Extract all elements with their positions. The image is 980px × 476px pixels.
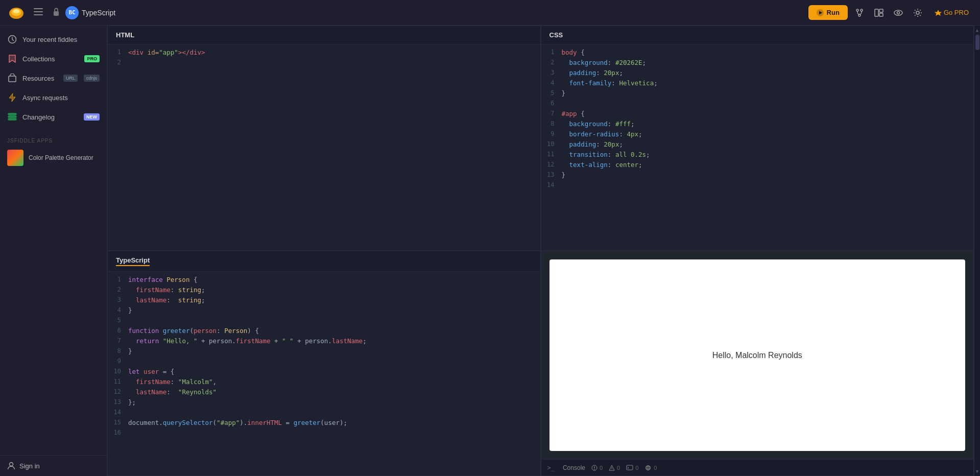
go-pro-button[interactable]: Go PRO bbox=[929, 6, 974, 19]
svg-point-17 bbox=[916, 11, 919, 14]
sidebar-item-label: Resources bbox=[22, 75, 58, 82]
topbar: BC TypeScript Run Go PRO bbox=[0, 0, 980, 26]
editor-area: HTML 1 <div id="app"></div> 2 CSS bbox=[107, 26, 974, 476]
svg-point-32 bbox=[646, 465, 651, 470]
svg-point-9 bbox=[856, 9, 858, 11]
box-icon bbox=[7, 73, 17, 83]
console-error-count: 0 bbox=[591, 465, 603, 471]
svg-point-25 bbox=[10, 463, 13, 466]
app-label: Color Palette Generator bbox=[29, 154, 93, 161]
sidebar-item-recent-fiddles[interactable]: Your recent fiddles bbox=[0, 30, 107, 49]
svg-rect-12 bbox=[875, 9, 878, 16]
typescript-panel: TypeScript 1interface Person { 2 firstNa… bbox=[107, 251, 541, 476]
svg-rect-20 bbox=[9, 76, 16, 82]
html-panel: HTML 1 <div id="app"></div> 2 bbox=[107, 26, 541, 251]
console-label: Console bbox=[563, 464, 585, 471]
ts-code-editor[interactable]: 1interface Person { 2 firstName: string;… bbox=[108, 272, 540, 475]
sidebar-app-color-palette[interactable]: Color Palette Generator bbox=[0, 146, 107, 170]
html-code-editor[interactable]: 1 <div id="app"></div> 2 bbox=[108, 44, 540, 250]
console-network-count: 0 bbox=[644, 465, 657, 471]
preview-icon-button[interactable] bbox=[891, 6, 906, 19]
svg-point-16 bbox=[897, 11, 899, 14]
lightning-icon bbox=[7, 92, 17, 103]
svg-rect-31 bbox=[627, 465, 633, 470]
sidebar: Your recent fiddles Collections PRO Reso… bbox=[0, 26, 107, 476]
svg-rect-14 bbox=[879, 13, 883, 16]
console-bar: >_ Console 0 0 0 bbox=[541, 459, 974, 475]
svg-point-33 bbox=[647, 465, 649, 470]
ts-panel-header: TypeScript bbox=[108, 251, 540, 272]
sidebar-item-label: Changelog bbox=[22, 113, 79, 121]
sidebar-item-async-requests[interactable]: Async requests bbox=[0, 88, 107, 107]
svg-rect-24 bbox=[8, 118, 16, 120]
scroll-thumb bbox=[975, 35, 979, 50]
sidebar-footer: Sign in bbox=[0, 455, 107, 476]
new-badge: NEW bbox=[84, 113, 100, 121]
svg-point-2 bbox=[13, 9, 19, 13]
scroll-up-arrow[interactable]: ▲ bbox=[975, 27, 979, 34]
bookmark-icon bbox=[7, 54, 17, 64]
sidebar-toggle-button[interactable] bbox=[31, 5, 46, 20]
run-button[interactable]: Run bbox=[808, 5, 848, 20]
sidebar-item-collections[interactable]: Collections PRO bbox=[0, 49, 107, 68]
url-badge: URL bbox=[63, 75, 78, 82]
preview-result: Hello, Malcolm Reynolds bbox=[549, 259, 966, 451]
console-log-count: 0 bbox=[626, 465, 638, 471]
code-line: 1 <div id="app"></div> bbox=[108, 49, 540, 59]
css-panel-header: CSS bbox=[541, 26, 974, 44]
svg-rect-5 bbox=[34, 14, 43, 15]
preview-text: Hello, Malcolm Reynolds bbox=[712, 351, 802, 360]
cdnjs-badge: cdnjs bbox=[84, 75, 100, 82]
fork-icon-button[interactable] bbox=[852, 5, 867, 20]
svg-point-10 bbox=[861, 9, 863, 11]
logo[interactable] bbox=[6, 3, 27, 23]
sidebar-item-label: Your recent fiddles bbox=[22, 36, 100, 43]
svg-point-15 bbox=[894, 10, 902, 15]
vertical-scrollbar[interactable]: ▲ ▼ bbox=[974, 26, 980, 476]
css-panel: CSS 1body { 2 background: #20262E; 3 pad… bbox=[541, 26, 974, 251]
sidebar-item-changelog[interactable]: Changelog NEW bbox=[0, 107, 107, 127]
apps-section-label: JSFIDDLE APPS bbox=[0, 131, 107, 146]
sign-in-button[interactable]: Sign in bbox=[7, 462, 40, 470]
css-code-editor[interactable]: 1body { 2 background: #20262E; 3 padding… bbox=[541, 44, 974, 250]
avatar: BC bbox=[65, 6, 79, 19]
svg-rect-22 bbox=[8, 113, 16, 115]
preview-panel: Hello, Malcolm Reynolds >_ Console 0 0 bbox=[541, 251, 974, 476]
console-prompt-icon: >_ bbox=[547, 464, 555, 471]
svg-marker-21 bbox=[9, 93, 15, 102]
settings-icon-button[interactable] bbox=[910, 5, 925, 20]
scroll-down-arrow[interactable]: ▼ bbox=[975, 468, 979, 475]
html-panel-title: HTML bbox=[116, 31, 134, 39]
svg-rect-6 bbox=[54, 11, 59, 16]
clock-icon bbox=[7, 34, 17, 44]
svg-rect-23 bbox=[8, 116, 16, 117]
pro-badge: PRO bbox=[84, 55, 100, 62]
console-warning-count: 0 bbox=[609, 465, 620, 471]
sidebar-item-label: Async requests bbox=[22, 94, 100, 102]
svg-point-28 bbox=[594, 469, 595, 470]
html-panel-header: HTML bbox=[108, 26, 540, 44]
list-icon bbox=[7, 112, 17, 122]
sidebar-item-resources[interactable]: Resources URL cdnjs bbox=[0, 68, 107, 88]
sidebar-item-label: Collections bbox=[22, 55, 79, 63]
app-thumbnail bbox=[7, 150, 23, 166]
ts-panel-title: TypeScript bbox=[116, 256, 150, 266]
svg-rect-4 bbox=[34, 11, 43, 12]
svg-rect-13 bbox=[879, 9, 883, 12]
fiddle-title: TypeScript bbox=[82, 9, 115, 17]
svg-marker-18 bbox=[935, 10, 942, 16]
code-line: 2 bbox=[108, 59, 540, 69]
svg-rect-3 bbox=[34, 8, 43, 9]
css-panel-title: CSS bbox=[549, 31, 563, 39]
layout-icon-button[interactable] bbox=[871, 6, 887, 20]
lock-icon bbox=[52, 7, 60, 18]
